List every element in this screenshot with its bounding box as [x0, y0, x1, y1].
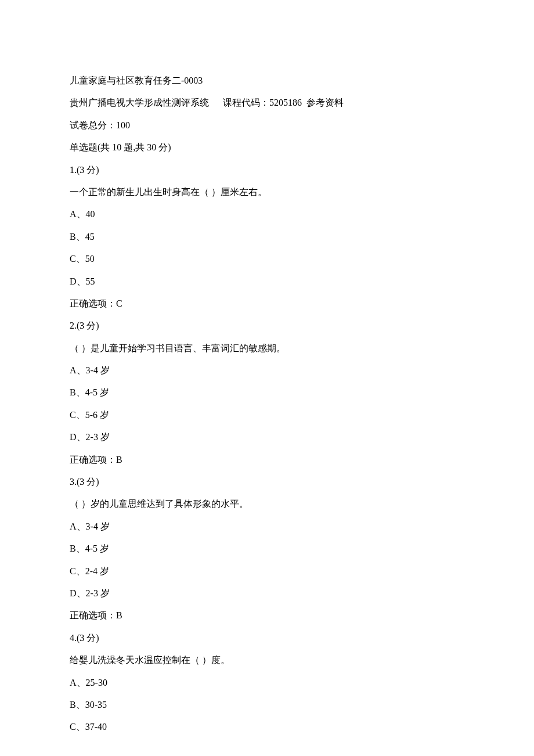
q4-option-b: B、30-35 [70, 694, 464, 716]
q2-option-a: A、3-4 岁 [70, 359, 464, 381]
document-content: 儿童家庭与社区教育任务二-0003 贵州广播电视大学形成性测评系统 课程代码：5… [70, 70, 464, 739]
q4-option-a: A、25-30 [70, 672, 464, 694]
q3-option-a: A、3-4 岁 [70, 516, 464, 538]
q1-option-d: D、55 [70, 271, 464, 293]
q2-option-c: C、5-6 岁 [70, 404, 464, 426]
q3-option-d: D、2-3 岁 [70, 582, 464, 604]
q4-number: 4.(3 分) [70, 627, 464, 649]
total-score-value: 100 [116, 120, 130, 130]
q4-stem: 给婴儿洗澡冬天水温应控制在（ ）度。 [70, 649, 464, 671]
q3-answer: 正确选项：B [70, 604, 464, 627]
section-header: 单选题(共 10 题,共 30 分) [70, 136, 464, 159]
q3-option-b: B、4-5 岁 [70, 538, 464, 560]
q2-answer: 正确选项：B [70, 449, 464, 471]
q1-option-c: C、50 [70, 248, 464, 270]
q2-option-d: D、2-3 岁 [70, 426, 464, 448]
doc-title: 儿童家庭与社区教育任务二-0003 [70, 70, 464, 92]
q4-option-c: C、37-40 [70, 716, 464, 738]
q1-answer: 正确选项：C [70, 293, 464, 315]
q1-option-b: B、45 [70, 226, 464, 248]
q3-stem: （ ）岁的儿童思维达到了具体形象的水平。 [70, 493, 464, 515]
q2-number: 2.(3 分) [70, 315, 464, 337]
q1-number: 1.(3 分) [70, 159, 464, 181]
total-score-label: 试卷总分： [70, 120, 116, 130]
school-name: 贵州广播电视大学形成性测评系统 [70, 98, 209, 107]
q2-option-b: B、4-5 岁 [70, 381, 464, 404]
q3-number: 3.(3 分) [70, 471, 464, 493]
q1-stem: 一个正常的新生儿出生时身高在（ ）厘米左右。 [70, 181, 464, 203]
doc-header: 贵州广播电视大学形成性测评系统 课程代码：5205186 参考资料 [70, 92, 464, 114]
q2-stem: （ ）是儿童开始学习书目语言、丰富词汇的敏感期。 [70, 337, 464, 359]
course-label: 课程代码： [223, 98, 269, 107]
reference-label: 参考资料 [306, 98, 344, 107]
total-score-line: 试卷总分：100 [70, 114, 464, 136]
q3-option-c: C、2-4 岁 [70, 560, 464, 582]
q1-option-a: A、40 [70, 203, 464, 225]
course-code: 5205186 [269, 98, 302, 107]
